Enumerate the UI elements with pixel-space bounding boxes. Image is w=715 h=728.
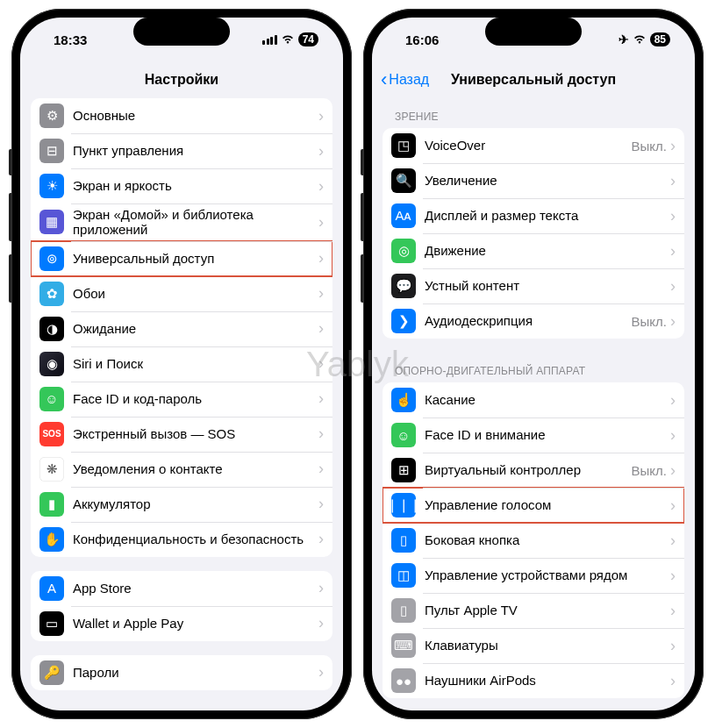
chevron-right-icon: ›	[670, 391, 676, 410]
settings-row[interactable]: ▯Боковая кнопка›	[383, 523, 684, 558]
settings-row[interactable]: SOSЭкстренный вызов — SOS›	[31, 417, 332, 452]
appletv-icon: ▯	[391, 598, 416, 623]
row-label: Аккумулятор	[73, 496, 318, 511]
settings-row[interactable]: ●●Наушники AirPods›	[383, 663, 684, 698]
settings-row[interactable]: ▭Wallet и Apple Pay›	[31, 606, 332, 641]
accessibility-list[interactable]: ЗРЕНИЕ ◳VoiceOverВыкл.›🔍Увеличение›AᴀДис…	[372, 98, 695, 710]
status-time: 16:06	[405, 32, 439, 47]
settings-row[interactable]: ☺Face ID и код-пароль›	[31, 382, 332, 417]
row-label: Виртуальный контроллер	[425, 462, 632, 477]
settings-row[interactable]: AᴀДисплей и размер текста›	[383, 198, 684, 233]
section-header-motor: ОПОРНО-ДВИГАТЕЛЬНЫЙ АППАРАТ	[383, 353, 684, 382]
zoom-icon: 🔍	[391, 168, 416, 193]
settings-row[interactable]: ❯АудиодескрипцияВыкл.›	[383, 303, 684, 339]
settings-row[interactable]: ◑Ожидание›	[31, 311, 332, 346]
settings-row[interactable]: ☀Экран и яркость›	[31, 168, 332, 203]
row-label: Face ID и код-пароль	[73, 391, 318, 406]
chevron-right-icon: ›	[670, 277, 676, 296]
privacy-icon: ✋	[39, 527, 64, 552]
row-label: Аудиодескрипция	[425, 313, 632, 328]
settings-list[interactable]: ⚙Основные›⊟Пункт управления›☀Экран и ярк…	[20, 98, 343, 710]
section-header-vision: ЗРЕНИЕ	[383, 98, 684, 128]
page-title: Настройки	[145, 72, 218, 88]
settings-row[interactable]: 🔍Увеличение›	[383, 163, 684, 198]
airplane-icon: ✈	[618, 32, 629, 46]
settings-row[interactable]: ❘❘❘Управление голосом›	[383, 488, 684, 523]
wallpaper-icon: ✿	[39, 282, 64, 306]
chevron-right-icon: ›	[318, 319, 324, 338]
settings-row[interactable]: ☝Касание›	[383, 382, 684, 418]
nearby-icon: ◫	[391, 563, 416, 588]
chevron-right-icon: ›	[670, 207, 676, 225]
settings-row[interactable]: ☺Face ID и внимание›	[383, 418, 684, 453]
settings-row[interactable]: ⊞Виртуальный контроллерВыкл.›	[383, 453, 684, 488]
chevron-right-icon: ›	[670, 426, 676, 445]
row-label: Боковая кнопка	[425, 532, 670, 547]
row-label: VoiceOver	[425, 138, 632, 153]
settings-row[interactable]: ⊚Универсальный доступ›	[31, 241, 332, 276]
faceid-icon: ☺	[39, 387, 64, 411]
row-label: Касание	[425, 392, 670, 407]
chevron-right-icon: ›	[670, 461, 676, 480]
chevron-right-icon: ›	[318, 213, 324, 232]
screen-right: 16:06 ✈ 85 ‹ Назад Универсальный доступ …	[372, 18, 695, 710]
chevron-right-icon: ›	[318, 530, 324, 548]
settings-row[interactable]: ▯Пульт Apple TV›	[383, 593, 684, 628]
settings-row[interactable]: ✿Обои›	[31, 276, 332, 311]
row-label: Ожидание	[73, 321, 318, 336]
settings-row[interactable]: ▮Аккумулятор›	[31, 487, 332, 522]
settings-row[interactable]: ❋Уведомления о контакте›	[31, 452, 332, 487]
row-label: Движение	[425, 243, 670, 258]
chevron-right-icon: ›	[670, 532, 676, 550]
chevron-right-icon: ›	[318, 663, 324, 682]
settings-row[interactable]: ⊟Пункт управления›	[31, 133, 332, 168]
motion-icon: ◎	[391, 239, 416, 263]
row-label: Пароли	[73, 665, 318, 680]
display-icon: ☀	[39, 174, 64, 198]
side-button-icon: ▯	[391, 528, 416, 553]
row-label: Клавиатуры	[425, 638, 670, 653]
accessibility-icon: ⊚	[39, 246, 64, 271]
settings-group-main: ⚙Основные›⊟Пункт управления›☀Экран и ярк…	[31, 98, 332, 557]
status-time: 18:33	[54, 32, 87, 47]
settings-row[interactable]: ◎Движение›	[383, 233, 684, 268]
back-label: Назад	[389, 72, 429, 88]
settings-group-motor: ☝Касание›☺Face ID и внимание›⊞Виртуальны…	[383, 382, 684, 698]
dynamic-island	[133, 18, 230, 46]
faceid-attn-icon: ☺	[391, 423, 416, 447]
chevron-left-icon: ‹	[381, 68, 387, 91]
chevron-right-icon: ›	[318, 579, 324, 597]
settings-row[interactable]: ◳VoiceOverВыкл.›	[383, 128, 684, 163]
row-label: Пункт управления	[73, 143, 318, 158]
row-label: App Store	[73, 581, 318, 596]
settings-row[interactable]: 💬Устный контент›	[383, 268, 684, 303]
battery-level: 74	[298, 32, 318, 46]
chevron-right-icon: ›	[318, 460, 324, 478]
chevron-right-icon: ›	[318, 389, 324, 408]
gear-icon: ⚙	[39, 103, 64, 128]
passwords-icon: 🔑	[39, 660, 64, 685]
settings-row[interactable]: ◫Управление устройствами рядом›	[383, 558, 684, 593]
settings-row[interactable]: 🔑Пароли›	[31, 655, 332, 690]
settings-row[interactable]: ✋Конфиденциальность и безопасность›	[31, 522, 332, 557]
row-detail: Выкл.	[632, 314, 667, 329]
sos-icon: SOS	[39, 422, 64, 446]
row-label: Face ID и внимание	[425, 427, 670, 442]
chevron-right-icon: ›	[670, 496, 676, 515]
settings-row[interactable]: ◉Siri и Поиск›	[31, 346, 332, 382]
settings-row[interactable]: AApp Store›	[31, 571, 332, 606]
row-label: Увеличение	[425, 173, 670, 188]
row-detail: Выкл.	[632, 139, 667, 153]
chevron-right-icon: ›	[318, 284, 324, 303]
settings-row[interactable]: ▦Экран «Домой» и библиотека приложений›	[31, 203, 332, 241]
settings-row[interactable]: ⌨Клавиатуры›	[383, 628, 684, 663]
spoken-icon: 💬	[391, 274, 416, 298]
row-label: Наушники AirPods	[425, 673, 670, 688]
battery-icon: ▮	[39, 492, 64, 517]
settings-row[interactable]: ⚙Основные›	[31, 98, 332, 133]
keyboards-icon: ⌨	[391, 633, 416, 658]
control-center-icon: ⊟	[39, 139, 64, 163]
back-button[interactable]: ‹ Назад	[381, 68, 429, 91]
row-label: Дисплей и размер текста	[425, 208, 670, 223]
chevron-right-icon: ›	[318, 177, 324, 196]
